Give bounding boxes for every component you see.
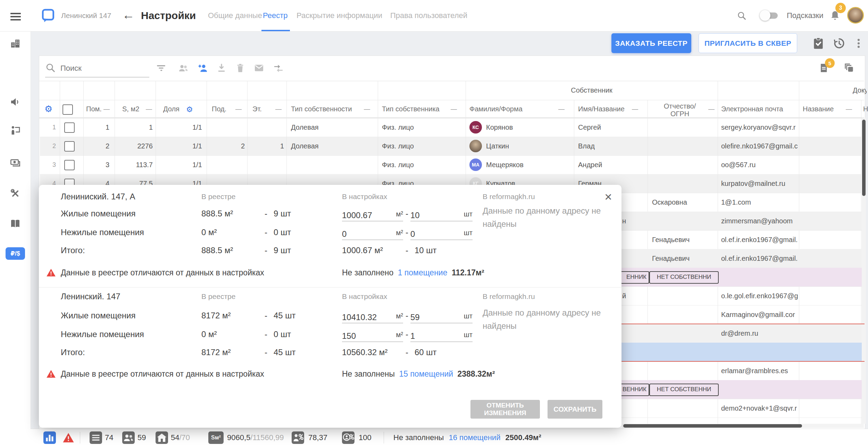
table-row-partial[interactable]: Karmaginov@gmaill.cor bbox=[621, 305, 862, 324]
table-row[interactable]: 3 3 113.7 1/1 Физ. лицо МА Мещеряков Анд… bbox=[40, 155, 861, 174]
download-icon[interactable] bbox=[216, 62, 227, 74]
settings-count-input[interactable] bbox=[410, 311, 456, 324]
table-search-input[interactable] bbox=[60, 62, 150, 75]
settings-area-input[interactable] bbox=[342, 228, 387, 240]
table-row[interactable]: 2 2 2276 1/1 2 1 Долевая Физ. лицо Цатки… bbox=[40, 137, 861, 156]
status-warning-icon[interactable] bbox=[62, 432, 74, 444]
table-row-partial[interactable]: Оскаровна 1@1.com bbox=[621, 193, 862, 212]
row-checkbox[interactable] bbox=[64, 141, 75, 152]
cancel-changes-button[interactable]: ОТМЕНИТЬ ИЗМЕНЕНИЯ bbox=[470, 400, 540, 419]
statusbar-unfilled-link[interactable]: 16 помещений bbox=[449, 433, 501, 442]
settings-count-input[interactable] bbox=[410, 228, 456, 240]
col-sort-ownership-type[interactable]: — bbox=[364, 100, 370, 118]
col-header-pom[interactable]: Пом. bbox=[86, 100, 102, 118]
save-button[interactable]: СОХРАНИТЬ bbox=[548, 400, 602, 419]
share-settings-gear-icon[interactable]: ⚙ bbox=[186, 101, 193, 119]
tab-user-rights[interactable]: Права пользователей bbox=[390, 0, 467, 31]
cell-area: 113.7 bbox=[115, 155, 153, 174]
filter-icon[interactable] bbox=[156, 62, 167, 74]
table-row-no-owner[interactable]: ВЕННИК НЕТ СОБСТВЕННИ bbox=[621, 380, 862, 399]
tab-disclosure[interactable]: Раскрытие информации bbox=[297, 0, 382, 31]
page-title: Настройки bbox=[141, 0, 196, 31]
col-header-doc-name[interactable]: Название bbox=[803, 100, 834, 118]
hints-toggle[interactable] bbox=[761, 12, 778, 19]
order-registry-button[interactable]: ЗАКАЗАТЬ РЕЕСТР bbox=[611, 33, 691, 53]
unit-m2: м² bbox=[396, 309, 403, 323]
col-header-owner-type[interactable]: Тип собственника bbox=[382, 100, 440, 118]
building-name[interactable]: Ленинский 147 bbox=[61, 0, 111, 31]
table-row-partial[interactable]: erlamar@ramblres.es bbox=[621, 361, 862, 380]
table-row-partial[interactable]: dr@drem.ru bbox=[621, 324, 862, 343]
col-sort-floor[interactable]: — bbox=[275, 100, 282, 118]
invite-button[interactable]: ПРИГЛАСИТЬ В СКВЕР bbox=[699, 33, 797, 53]
table-row-partial[interactable]: demo2+novak+1@sqvr.r bbox=[621, 399, 862, 418]
group-people-icon[interactable] bbox=[178, 62, 189, 74]
trash-icon[interactable] bbox=[235, 62, 246, 74]
col-header-name[interactable]: Имя/Название bbox=[578, 100, 625, 118]
merge-arrows-icon[interactable] bbox=[273, 62, 284, 74]
sidebar-tools-icon[interactable] bbox=[10, 188, 21, 199]
sidebar-payments-icon[interactable] bbox=[10, 157, 21, 169]
col-header-area[interactable]: S, м2 bbox=[122, 100, 139, 118]
col-header-entrance[interactable]: Под. bbox=[212, 100, 226, 118]
unfilled-rooms-link[interactable]: 15 помещений bbox=[399, 369, 453, 378]
col-sort-surname[interactable]: — bbox=[558, 100, 565, 118]
table-row[interactable]: 1 1 1 1/1 Долевая Физ. лицо КС Корянов С… bbox=[40, 118, 861, 137]
table-settings-gear-icon[interactable]: ⚙ bbox=[44, 100, 52, 118]
history-icon[interactable] bbox=[833, 37, 846, 50]
sidebar-announcements-icon[interactable] bbox=[10, 96, 21, 108]
table-row-partial[interactable]: н zimmersman@yahoom bbox=[621, 212, 862, 231]
col-sort-entrance[interactable]: — bbox=[235, 100, 242, 118]
col-sort-area[interactable]: — bbox=[146, 100, 152, 118]
sidebar-meetings-icon[interactable] bbox=[10, 125, 21, 136]
add-person-icon[interactable] bbox=[197, 62, 208, 74]
toggle-knob[interactable] bbox=[760, 10, 770, 21]
col-header-patronymic[interactable]: Отчество/ ОГРН bbox=[650, 102, 709, 118]
settings-area-input[interactable] bbox=[342, 209, 387, 222]
col-sort-patronymic[interactable]: — bbox=[708, 100, 715, 118]
col-header-share[interactable]: Доля bbox=[163, 100, 180, 118]
table-row-no-owner[interactable]: ЕННИК НЕТ СОБСТВЕННИ bbox=[621, 268, 862, 287]
row-checkbox[interactable] bbox=[64, 160, 75, 170]
col-header-ownership-type[interactable]: Тип собственности bbox=[291, 100, 352, 118]
app-logo-icon[interactable] bbox=[41, 8, 56, 23]
table-row-partial[interactable]: Генадьевич ol.ef.ir.enko1967@gmail. bbox=[621, 230, 862, 249]
copy-layers-icon[interactable] bbox=[844, 62, 855, 74]
select-all-checkbox[interactable] bbox=[62, 104, 73, 115]
stats-chart-icon[interactable] bbox=[43, 431, 56, 444]
tab-registry[interactable]: Реестр bbox=[263, 0, 288, 31]
col-header-floor[interactable]: Эт. bbox=[252, 100, 262, 118]
unfilled-rooms-link[interactable]: 1 помещение bbox=[398, 268, 448, 277]
owner-avatar-photo[interactable] bbox=[469, 140, 482, 152]
col-sort-pom[interactable]: — bbox=[103, 100, 110, 118]
settings-area-input[interactable] bbox=[342, 330, 387, 342]
search-icon[interactable] bbox=[737, 11, 746, 20]
settings-count-input[interactable] bbox=[410, 209, 456, 222]
user-avatar[interactable] bbox=[847, 7, 864, 24]
tab-general[interactable]: Общие данные bbox=[208, 0, 262, 31]
settings-count-input[interactable] bbox=[410, 330, 456, 342]
col-sort-owner-type[interactable]: — bbox=[451, 100, 457, 118]
back-arrow-icon[interactable]: ← bbox=[122, 0, 135, 31]
hamburger-menu-icon[interactable] bbox=[10, 11, 21, 22]
settings-area-input[interactable] bbox=[342, 311, 387, 324]
sidebar-directory-icon[interactable] bbox=[10, 218, 21, 229]
table-row-partial[interactable]: Генадьевич ol.ef.ir.enko1967@gmail. bbox=[621, 249, 862, 268]
owner-avatar[interactable]: КС bbox=[469, 121, 482, 134]
table-row-selected[interactable] bbox=[621, 343, 862, 362]
horizontal-scrollbar-thumb[interactable] bbox=[623, 424, 802, 428]
row-checkbox[interactable] bbox=[64, 122, 75, 133]
tasks-clipboard-icon[interactable] bbox=[812, 37, 825, 50]
sidebar-currency-icon[interactable]: ₽/$ bbox=[6, 247, 25, 260]
kebab-menu-icon[interactable] bbox=[853, 37, 865, 49]
sidebar-buildings-icon[interactable] bbox=[10, 38, 21, 49]
vertical-scrollbar-thumb[interactable] bbox=[862, 120, 866, 196]
col-sort-name[interactable]: — bbox=[632, 100, 638, 118]
table-row-partial[interactable]: й o.le.gol.efir.enko1967@g bbox=[621, 286, 862, 306]
owner-avatar[interactable]: МА bbox=[469, 158, 482, 171]
col-header-surname[interactable]: Фамилия/Форма bbox=[469, 100, 523, 118]
col-header-email[interactable]: Электронная почта bbox=[721, 100, 783, 118]
mail-icon[interactable] bbox=[253, 62, 265, 74]
col-sort-doc-name[interactable]: — bbox=[846, 100, 852, 118]
total-settings-count: 60 шт bbox=[415, 343, 437, 362]
